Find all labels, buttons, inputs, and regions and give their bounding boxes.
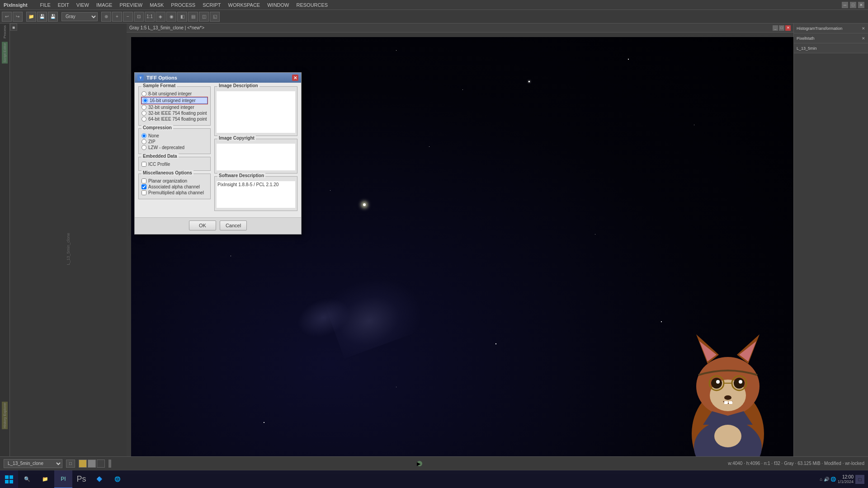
menu-view[interactable]: VIEW bbox=[73, 1, 93, 9]
premult-alpha-label[interactable]: Premultiplied alpha channel bbox=[148, 190, 204, 195]
l13-tab[interactable]: L_13_5min bbox=[794, 43, 868, 53]
radio-none-input[interactable] bbox=[142, 133, 146, 138]
radio-none-label[interactable]: None bbox=[148, 133, 159, 138]
clock[interactable]: 12:00 1/1/2024 bbox=[838, 474, 854, 484]
radio-8bit-label[interactable]: 8-bit unsigned integer bbox=[148, 91, 192, 96]
planar-label[interactable]: Planar organization bbox=[148, 178, 187, 183]
radio-none: None bbox=[142, 133, 208, 138]
cancel-button[interactable]: Cancel bbox=[220, 221, 247, 230]
toolbar-zoom-out[interactable]: − bbox=[123, 12, 133, 22]
script-editor-label[interactable]: Script Editor bbox=[2, 42, 8, 64]
toolbar-tools2[interactable]: ◉ bbox=[166, 12, 176, 22]
radio-lzw-input[interactable] bbox=[142, 145, 146, 150]
pixelmath-tab-close[interactable]: ✕ bbox=[862, 36, 865, 41]
app-title: PixInsight bbox=[4, 2, 28, 8]
radio-32bit-float-label[interactable]: 32-bit IEEE 754 floating point bbox=[148, 111, 207, 116]
menu-image[interactable]: IMAGE bbox=[93, 1, 116, 9]
svg-rect-22 bbox=[9, 480, 13, 483]
svg-rect-20 bbox=[9, 475, 13, 479]
image-close-button[interactable]: ✕ bbox=[785, 25, 791, 31]
toolbar-selection[interactable]: ⊕ bbox=[101, 12, 111, 22]
pixelmath-tab-label: PixelMath bbox=[797, 36, 815, 41]
color-mode-select[interactable]: Gray RGB bbox=[61, 12, 98, 21]
search-taskbar-button[interactable]: 🔍 bbox=[18, 470, 36, 488]
toolbar-zoom-in[interactable]: + bbox=[112, 12, 122, 22]
toolbar-open[interactable]: 📁 bbox=[26, 12, 36, 22]
histogram-tab[interactable]: HistogramTransformation ✕ bbox=[794, 23, 868, 33]
menu-mask[interactable]: MASK bbox=[146, 1, 167, 9]
radio-32bit-uint-input[interactable] bbox=[142, 105, 146, 110]
menu-workspace[interactable]: WORKSPACE bbox=[225, 1, 264, 9]
status-image-select[interactable]: L_13_5min_clone bbox=[4, 459, 62, 468]
assoc-alpha-label[interactable]: Associated alpha channel bbox=[148, 184, 200, 189]
process-panel-label[interactable]: Process bbox=[3, 25, 7, 38]
radio-zip-label[interactable]: ZIP bbox=[148, 139, 156, 144]
close-button[interactable]: ✕ bbox=[858, 2, 864, 8]
radio-8bit-input[interactable] bbox=[142, 91, 146, 96]
toolbar-tools4[interactable]: ▤ bbox=[188, 12, 198, 22]
premult-alpha-checkbox[interactable] bbox=[142, 190, 146, 195]
radio-lzw: LZW - deprecated bbox=[142, 145, 208, 150]
image-description-section: Image Description bbox=[214, 86, 297, 136]
taskbar-photoshop[interactable]: Ps bbox=[72, 470, 90, 488]
image-maximize-button[interactable]: □ bbox=[779, 25, 784, 31]
histogram-tab-close[interactable]: ✕ bbox=[862, 26, 865, 31]
svg-point-10 bbox=[739, 380, 742, 384]
radio-64bit-float-input[interactable] bbox=[142, 117, 146, 122]
radio-zip-input[interactable] bbox=[142, 139, 146, 144]
status-play-button[interactable]: ▶ bbox=[417, 461, 422, 466]
toolbar-saveas[interactable]: 💾 bbox=[48, 12, 58, 22]
toolbar-tools6[interactable]: ◱ bbox=[210, 12, 220, 22]
toolbar-tools3[interactable]: ◧ bbox=[177, 12, 187, 22]
notification-button[interactable]: □ bbox=[855, 475, 864, 484]
embedded-data-section: Embedded Data ICC Profile bbox=[138, 157, 211, 171]
ok-button[interactable]: OK bbox=[189, 221, 216, 230]
image-minimize-button[interactable]: _ bbox=[773, 25, 778, 31]
history-explorer-label[interactable]: History Explorer bbox=[2, 402, 8, 429]
menu-preview[interactable]: PREVIEW bbox=[116, 1, 146, 9]
histogram-tab-label: HistogramTransformation bbox=[797, 26, 842, 31]
menu-edit[interactable]: EDIT bbox=[54, 1, 73, 9]
embedded-data-label: Embedded Data bbox=[142, 154, 179, 159]
radio-32bit-float-input[interactable] bbox=[142, 111, 146, 116]
status-panel-btn[interactable]: □ bbox=[66, 460, 75, 468]
radio-64bit-float-label[interactable]: 64-bit IEEE 754 floating point bbox=[148, 117, 207, 122]
menu-resources[interactable]: RESOURCES bbox=[292, 1, 331, 9]
status-divider[interactable] bbox=[108, 460, 111, 468]
compression-label: Compression bbox=[142, 125, 173, 130]
software-description-input[interactable]: PixInsight 1.8.8-5 / PCL 2.1.20 bbox=[217, 181, 295, 208]
dialog-footer: OK Cancel bbox=[135, 217, 301, 234]
taskbar-app2[interactable]: 🔷 bbox=[90, 470, 108, 488]
toolbar-fit[interactable]: ⊡ bbox=[134, 12, 144, 22]
dialog-close-button[interactable]: ✕ bbox=[292, 75, 298, 81]
pixelmath-tab[interactable]: PixelMath ✕ bbox=[794, 33, 868, 43]
toolbar-undo[interactable]: ↩ bbox=[2, 12, 12, 22]
maximize-button[interactable]: □ bbox=[850, 2, 856, 8]
icc-profile-label[interactable]: ICC Profile bbox=[148, 162, 170, 167]
image-copyright-input[interactable] bbox=[217, 144, 295, 170]
toolbar-redo[interactable]: ↪ bbox=[13, 12, 23, 22]
menu-file[interactable]: FILE bbox=[37, 1, 54, 9]
planar-checkbox[interactable] bbox=[142, 178, 146, 183]
taskbar-pixinsight[interactable]: PI bbox=[54, 470, 72, 488]
toolbar-zoom-1[interactable]: 1:1 bbox=[145, 12, 155, 22]
toolbar-tools5[interactable]: ◫ bbox=[199, 12, 209, 22]
radio-16bit-input[interactable] bbox=[143, 98, 148, 103]
collapse-button[interactable]: ■ bbox=[10, 23, 17, 31]
radio-lzw-label[interactable]: LZW - deprecated bbox=[148, 145, 184, 150]
radio-16bit-label[interactable]: 16-bit unsigned integer bbox=[150, 98, 196, 103]
menu-script[interactable]: SCRIPT bbox=[199, 1, 224, 9]
toolbar-tools1[interactable]: ◈ bbox=[156, 12, 165, 22]
color-indicator-2 bbox=[88, 460, 96, 468]
taskbar-explorer[interactable]: 📁 bbox=[36, 470, 54, 488]
toolbar-save[interactable]: 💾 bbox=[37, 12, 47, 22]
taskbar-browser[interactable]: 🌐 bbox=[108, 470, 127, 488]
icc-profile-checkbox[interactable] bbox=[142, 162, 146, 167]
menu-process[interactable]: PROCESS bbox=[167, 1, 199, 9]
image-description-input[interactable] bbox=[217, 91, 295, 133]
radio-32bit-uint-label[interactable]: 32-bit unsigned integer bbox=[148, 105, 194, 110]
minimize-button[interactable]: ─ bbox=[842, 2, 848, 8]
assoc-alpha-checkbox[interactable] bbox=[142, 184, 146, 189]
menu-window[interactable]: WINDOW bbox=[264, 1, 292, 9]
start-button[interactable] bbox=[0, 470, 18, 488]
